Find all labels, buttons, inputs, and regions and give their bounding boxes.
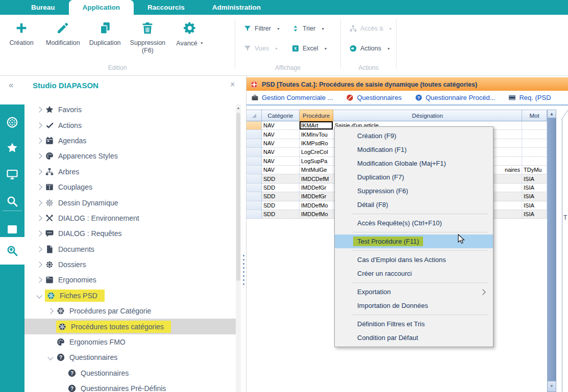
row-selector-cell[interactable]: [246, 210, 262, 219]
cell-mot[interactable]: [522, 148, 547, 156]
sidebar-item-documents[interactable]: Documents: [24, 242, 236, 257]
chevron-right-icon[interactable]: [47, 308, 53, 314]
chevron-right-icon[interactable]: [36, 277, 42, 283]
cell-categorie[interactable]: SDD: [262, 210, 300, 219]
menu-item-exportation[interactable]: Exportation: [335, 285, 493, 299]
cell-procedure[interactable]: LogCreCol: [300, 148, 333, 156]
sidebar-close-button[interactable]: ×: [230, 81, 235, 89]
cell-categorie[interactable]: SDD: [262, 192, 300, 201]
cell-categorie[interactable]: SDD: [262, 184, 300, 192]
cell-mot[interactable]: [522, 157, 547, 166]
chevron-right-icon[interactable]: [36, 184, 42, 190]
sidebar-item-ergonomies[interactable]: Ergonomies: [24, 272, 236, 288]
row-selector-cell[interactable]: [246, 139, 262, 148]
sidebar-item-dialog-requ-tes[interactable]: DIALOG : Requêtes: [24, 226, 236, 241]
cell-mot[interactable]: ISIA: [522, 184, 547, 192]
row-selector-cell[interactable]: [246, 166, 262, 174]
column-header-désignation[interactable]: Désignation: [333, 110, 522, 121]
cell-procedure[interactable]: IMDCDefM: [300, 174, 333, 183]
sidebar-item-proc-dures-par-cat-gorie[interactable]: Procédures par Catégorie: [24, 303, 236, 319]
trier-button[interactable]: Trier▼: [291, 23, 342, 34]
ribbon-tab-raccourcis[interactable]: Raccourcis: [134, 0, 199, 15]
sidebar-item-apparences-styles[interactable]: Apparences Styles: [24, 148, 236, 164]
modification-button[interactable]: Modification: [46, 21, 80, 55]
menu-item-modification-globale-maj-f1-[interactable]: Modification Globale (Maj+F1): [335, 156, 493, 170]
cell-mot[interactable]: ISIA: [522, 201, 547, 210]
cell-procedure[interactable]: IMDDefMo: [300, 210, 333, 219]
menu-item-modification-f1-[interactable]: Modification (F1): [335, 143, 493, 156]
menu-item-condition-par-d-faut[interactable]: Condition par Défaut: [335, 331, 493, 345]
sidebar-item-proc-dures-toutes-cat-gories[interactable]: Procédures toutes catégories: [24, 319, 236, 334]
actions-button[interactable]: Actions▼: [349, 43, 400, 54]
row-selector-cell[interactable]: [246, 148, 262, 156]
row-selector-cell[interactable]: [246, 201, 262, 210]
chevron-right-icon[interactable]: [36, 231, 42, 237]
tree-scrollbar[interactable]: ▲: [236, 104, 241, 392]
cell-procedure[interactable]: IMDDefMo: [300, 201, 333, 210]
sidebar-collapse-button[interactable]: «: [9, 81, 13, 89]
cell-categorie[interactable]: NAV: [262, 139, 300, 148]
sidebar-item-questionnaires[interactable]: ?Questionnaires: [24, 350, 236, 365]
chevron-right-icon[interactable]: [36, 107, 42, 113]
window-tab-questionnaires[interactable]: Questionnaires: [346, 94, 401, 101]
window-tab-gestion-commerciale-[interactable]: Gestion Commerciale ...: [251, 94, 333, 101]
cell-mot[interactable]: [522, 139, 547, 148]
filtrer-button[interactable]: Filtrer▼: [243, 23, 291, 34]
collapsed-panel-label[interactable]: T: [563, 214, 567, 221]
select-all-corner[interactable]: [246, 110, 262, 121]
iconbar-item-search-icon[interactable]: [0, 189, 24, 214]
table-scrollbar[interactable]: ▲ ▼: [547, 110, 556, 392]
cell-categorie[interactable]: SDD: [262, 174, 300, 183]
cell-categorie[interactable]: NAV: [262, 121, 300, 130]
ribbon-tab-application[interactable]: Application: [69, 0, 134, 15]
chevron-down-icon[interactable]: [36, 293, 42, 298]
iconbar-item-star-icon[interactable]: [0, 136, 24, 160]
sidebar-item-dialog-environnement[interactable]: DIALOG : Environnement: [24, 211, 236, 226]
tree-scroll-up-icon[interactable]: ▲: [236, 104, 241, 112]
cell-categorie[interactable]: NAV: [262, 157, 300, 166]
chevron-right-icon[interactable]: [36, 262, 42, 267]
menu-item-cr-ation-f9-[interactable]: Création (F9): [335, 129, 493, 143]
row-selector-cell[interactable]: [246, 192, 262, 201]
sidebar-item-actions[interactable]: Actions: [24, 117, 236, 133]
cell-procedure[interactable]: MntMulGe: [300, 166, 333, 174]
row-selector-cell[interactable]: [246, 121, 262, 130]
chevron-right-icon[interactable]: [36, 215, 42, 221]
menu-item-duplication-f7-[interactable]: Duplication (F7): [335, 170, 493, 184]
sidebar-item-fiches-psd[interactable]: Fiches PSD: [24, 288, 236, 303]
row-selector-cell[interactable]: [246, 184, 262, 192]
création-button[interactable]: Création: [6, 21, 37, 55]
menu-item-acc-s-requ-te-s-ctrl-f10-[interactable]: Accès Requête(s) (Ctrl+F10): [335, 216, 493, 230]
iconbar-item-wheel-logo-icon[interactable]: [0, 110, 24, 135]
sidebar-item-questionnaires[interactable]: ?Questionnaires: [24, 365, 236, 381]
avancé-button[interactable]: Avancé▼: [175, 21, 205, 55]
cell-procedure[interactable]: IKMPsdRo: [300, 139, 333, 148]
sidebar-item-dossiers[interactable]: Dossiers: [24, 257, 236, 272]
column-header-mot[interactable]: Mot: [522, 110, 547, 121]
menu-item-test-proc-dure-f11-[interactable]: Test Procédure (F11): [335, 234, 493, 248]
column-header-procédure[interactable]: Procédure: [300, 110, 333, 121]
menu-item-cr-er-un-raccourci[interactable]: Créer un raccourci: [335, 267, 493, 280]
cell-mot[interactable]: [522, 121, 547, 130]
cell-categorie[interactable]: SDD: [262, 201, 300, 210]
sidebar-item-couplages[interactable]: Couplages: [24, 179, 236, 195]
cell-mot[interactable]: TDyMu: [522, 166, 547, 174]
scroll-up-icon[interactable]: ▲: [547, 110, 556, 118]
chevron-right-icon[interactable]: [36, 169, 42, 174]
row-selector-cell[interactable]: [246, 157, 262, 166]
chevron-down-icon[interactable]: [47, 355, 53, 360]
menu-item-d-tail-f8-[interactable]: Détail (F8): [335, 198, 493, 212]
excel-button[interactable]: Excel▼: [291, 43, 342, 54]
row-selector-cell[interactable]: [246, 130, 262, 139]
cell-procedure[interactable]: IMDDefGr: [300, 184, 333, 192]
cell-procedure[interactable]: LogSupPa: [300, 157, 333, 166]
cell-categorie[interactable]: NAV: [262, 148, 300, 156]
cell-mot[interactable]: ISIA: [522, 210, 547, 219]
cell-mot[interactable]: ISIA: [522, 192, 547, 201]
chevron-right-icon[interactable]: [36, 122, 42, 128]
cell-mot[interactable]: [522, 130, 547, 139]
window-tab-questionnaire-proc-d-[interactable]: ?Questionnaire Procéd...: [415, 94, 496, 101]
chevron-right-icon[interactable]: [36, 138, 42, 143]
sidebar-item-ergonomies-fmo[interactable]: Ergonomies FMO: [24, 334, 236, 350]
cell-categorie[interactable]: NAV: [262, 166, 300, 174]
